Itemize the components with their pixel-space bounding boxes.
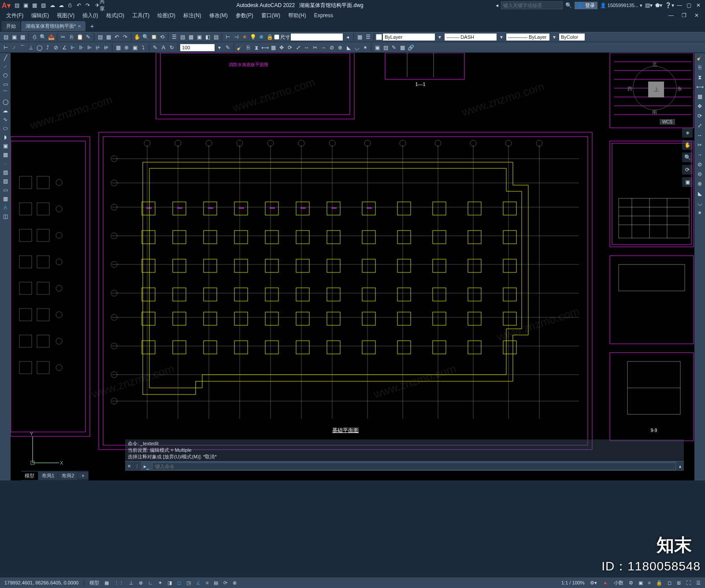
zoom-prev-icon[interactable]: ⟲ <box>158 33 166 41</box>
viewcube-north[interactable]: 北 <box>652 61 657 67</box>
cmd-recent-icon[interactable]: ▴ <box>676 461 684 471</box>
viewcube-east[interactable]: 东 <box>677 86 682 92</box>
lt-dd-icon[interactable]: ▾ <box>497 33 505 41</box>
status-dynamic-icon[interactable]: ⊕ <box>137 579 145 587</box>
open-icon[interactable]: ▣ <box>22 1 30 9</box>
bulb-icon[interactable]: 💡 <box>249 33 257 41</box>
status-osnap-icon[interactable]: ◻ <box>175 579 183 587</box>
layer-select[interactable] <box>382 33 435 41</box>
cmd-grip-icon[interactable]: ⋮ <box>133 461 141 471</box>
publish-icon[interactable]: 📤 <box>47 33 55 41</box>
polygon-icon[interactable]: ⬡ <box>1 71 9 79</box>
menu-express[interactable]: Express <box>311 11 337 19</box>
autodesk-app-icon[interactable]: ⬟▾ <box>655 2 662 8</box>
block-make-icon[interactable]: ▣ <box>373 44 381 52</box>
r-chamfer-icon[interactable]: ◣ <box>696 190 704 197</box>
sun-icon[interactable]: ☀ <box>241 33 249 41</box>
mod-copy-icon[interactable]: ⎘ <box>244 44 252 52</box>
help-icon[interactable]: ❔▾ <box>665 2 674 8</box>
dimarc-icon[interactable]: ⌒ <box>19 44 26 52</box>
print-icon[interactable]: ⎙ <box>66 1 74 9</box>
status-3dosnap-icon[interactable]: ◳ <box>185 579 193 587</box>
lock-icon[interactable]: 🔒 <box>266 33 274 41</box>
block-icon[interactable]: ▦ <box>1 151 9 159</box>
qdim-icon[interactable]: ⊩ <box>69 44 77 52</box>
close-icon[interactable]: ✕ <box>696 2 703 8</box>
cut-icon[interactable]: ✂ <box>59 33 67 41</box>
nav-wheel-icon[interactable]: ⎈ <box>682 128 693 138</box>
nav-orbit-icon[interactable]: ⟳ <box>682 165 693 175</box>
qnew-icon[interactable]: ▤ <box>2 33 10 41</box>
saveas-icon[interactable]: ▧ <box>40 1 48 9</box>
layout-tab-add[interactable]: + <box>78 472 88 479</box>
preview-icon[interactable]: 🔍 <box>39 33 47 41</box>
menu-param[interactable]: 参数(P) <box>232 11 257 20</box>
layout-tab-2[interactable]: 布局2 <box>58 472 78 480</box>
cmd-close-icon[interactable]: ✕ <box>125 461 133 471</box>
r-join-icon[interactable]: ⊕ <box>696 180 704 188</box>
mod-mirror-icon[interactable]: ⧗ <box>252 44 260 52</box>
circle-icon[interactable]: ◯ <box>1 98 9 106</box>
status-custom-icon[interactable]: ☰ <box>694 579 702 587</box>
insert-icon[interactable]: ▣ <box>1 142 9 150</box>
status-isodraft-icon[interactable]: ◨ <box>166 579 174 587</box>
undo-icon[interactable]: ↶ <box>75 1 83 9</box>
cloud-open-icon[interactable]: ☁ <box>48 1 56 9</box>
status-model-button[interactable]: 模型 <box>88 579 101 587</box>
viewcube-south[interactable]: 南 <box>652 109 657 115</box>
dimaligned-icon[interactable]: ⟋ <box>10 44 18 52</box>
dimord-icon[interactable]: ⊥ <box>27 44 35 52</box>
status-lwt-icon[interactable]: ≡ <box>204 579 210 586</box>
xref-icon[interactable]: 🔗 <box>407 44 415 52</box>
menu-modify[interactable]: 修改(M) <box>206 11 231 20</box>
user-label[interactable]: 👤 1505999135... ▾ <box>600 3 642 8</box>
dimbreak-icon[interactable]: ⊭ <box>102 44 110 52</box>
dimcont-icon[interactable]: ⊫ <box>85 44 93 52</box>
tab-drawing[interactable]: 湖南某体育馆结构平面*✕ <box>21 21 85 31</box>
bpaste-icon[interactable]: ▦ <box>104 33 112 41</box>
help-search-input[interactable] <box>501 1 563 9</box>
props-icon[interactable]: ☰ <box>170 33 178 41</box>
block-attr-icon[interactable]: ▦ <box>398 44 406 52</box>
status-transparency-icon[interactable]: ▤ <box>212 579 220 587</box>
app-store-icon[interactable]: ▤▾ <box>645 2 653 8</box>
pan-icon[interactable]: ✋ <box>133 33 141 41</box>
r-mirror-icon[interactable]: ⧗ <box>696 73 704 81</box>
doc-restore-icon[interactable]: ❐ <box>678 11 690 19</box>
viewcube-west[interactable]: 西 <box>627 86 632 92</box>
block-insert-icon[interactable]: ▤ <box>382 44 390 52</box>
mod-scale-icon[interactable]: ⤢ <box>294 44 302 52</box>
menu-help[interactable]: 帮助(H) <box>285 11 310 20</box>
mod-erase-icon[interactable]: 🧹 <box>236 44 244 52</box>
dimscale-input[interactable] <box>180 44 215 52</box>
status-scale[interactable]: 1:1 / 100% <box>560 579 586 586</box>
wcs-badge[interactable]: WCS <box>660 119 675 125</box>
doc-close-icon[interactable]: ✕ <box>691 11 702 19</box>
mod-chamfer-icon[interactable]: ◣ <box>345 44 352 52</box>
r-stretch-icon[interactable]: ↔ <box>696 131 704 139</box>
freeze-icon[interactable]: ❄ <box>257 33 265 41</box>
r-break-icon[interactable]: ⊖ <box>696 170 704 178</box>
zoom-win-icon[interactable]: 🔲 <box>150 33 158 41</box>
status-polar-icon[interactable]: ✶ <box>156 579 164 587</box>
calc-icon[interactable]: ▤ <box>212 33 220 41</box>
tab-start[interactable]: 开始 <box>2 21 20 31</box>
save2-icon[interactable]: ▦ <box>19 33 26 41</box>
status-gear-icon[interactable]: ⚙▾ <box>588 579 599 587</box>
status-quickprops-icon[interactable]: ≡ <box>646 579 653 586</box>
minimize-icon[interactable]: — <box>677 2 684 8</box>
status-annoscale-icon[interactable]: 🔺 <box>601 579 610 587</box>
status-hw-icon[interactable]: ⊞ <box>675 579 683 587</box>
designcenter-icon[interactable]: ▤ <box>178 33 186 41</box>
tolerance-icon[interactable]: ▦ <box>114 44 122 52</box>
dim2-icon[interactable]: ⊣ <box>232 33 240 41</box>
status-otrack-icon[interactable]: ∠ <box>194 579 202 587</box>
status-grid-icon[interactable]: ▦ <box>103 579 111 587</box>
plot-icon[interactable]: ⎙ <box>30 33 38 41</box>
status-annomon-icon[interactable]: ⊕ <box>231 579 238 587</box>
dimupdate-icon[interactable]: ↻ <box>168 44 176 52</box>
dimstyle-icon[interactable]: ✎ <box>224 44 232 52</box>
r-fillet-icon[interactable]: ◡ <box>696 199 704 207</box>
dimbaseline-icon[interactable]: ⊪ <box>77 44 85 52</box>
pline-icon[interactable]: ⟋ <box>1 63 9 71</box>
